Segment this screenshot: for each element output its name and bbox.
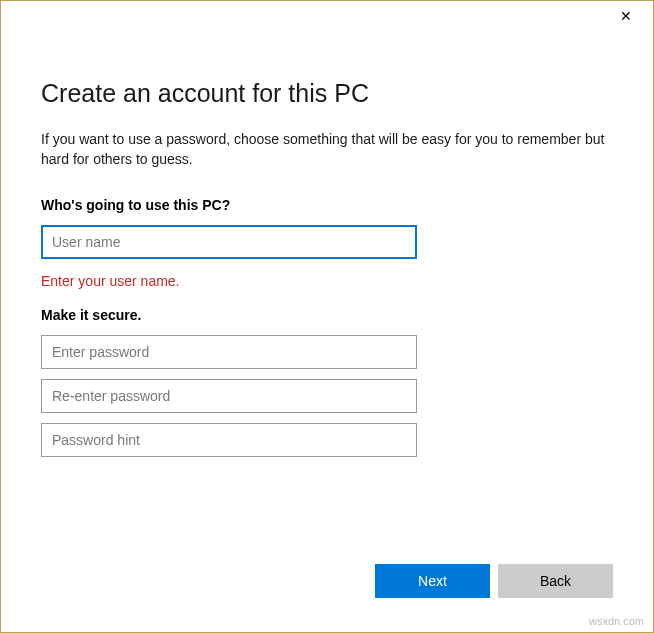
username-error: Enter your user name. [41, 273, 613, 289]
password-fields [41, 335, 613, 457]
next-button[interactable]: Next [375, 564, 490, 598]
content-area: Create an account for this PC If you wan… [1, 31, 653, 564]
page-subtitle: If you want to use a password, choose so… [41, 130, 613, 169]
create-account-window: ✕ Create an account for this PC If you w… [0, 0, 654, 633]
secure-section-label: Make it secure. [41, 307, 613, 323]
footer-buttons: Next Back [1, 564, 653, 632]
close-icon[interactable]: ✕ [611, 8, 641, 24]
username-input[interactable] [41, 225, 417, 259]
password-input[interactable] [41, 335, 417, 369]
reenter-password-input[interactable] [41, 379, 417, 413]
watermark-text: wsxdn.com [589, 615, 644, 627]
user-section-label: Who's going to use this PC? [41, 197, 613, 213]
page-title: Create an account for this PC [41, 79, 613, 108]
password-hint-input[interactable] [41, 423, 417, 457]
titlebar: ✕ [1, 1, 653, 31]
back-button[interactable]: Back [498, 564, 613, 598]
